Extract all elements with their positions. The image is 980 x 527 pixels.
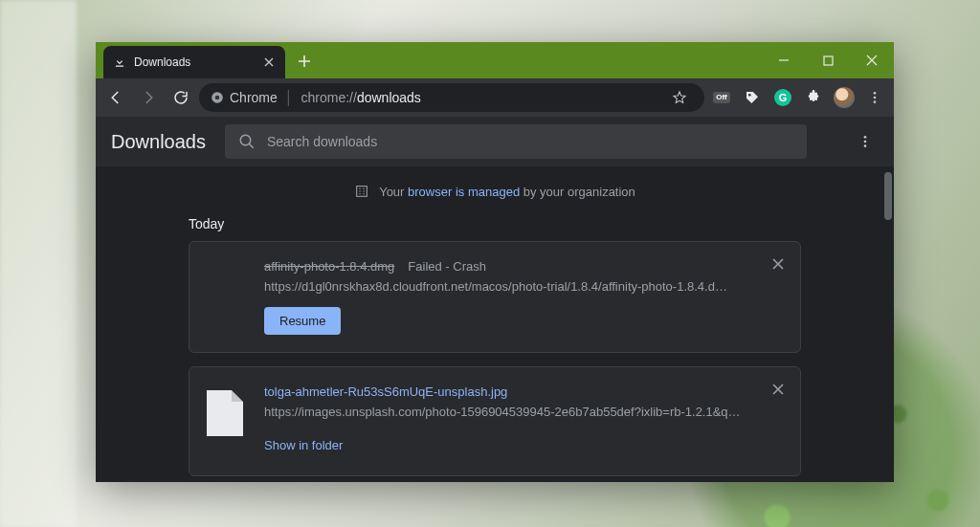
window-controls — [762, 42, 894, 78]
extensions-puzzle-icon[interactable] — [800, 84, 827, 111]
download-filename: affinity-photo-1.8.4.dmg — [264, 259, 394, 274]
scrollbar-thumb[interactable] — [884, 172, 892, 220]
omnibox-separator: │ — [285, 90, 294, 105]
page-title: Downloads — [111, 131, 206, 153]
download-icon — [113, 55, 126, 69]
forward-button[interactable] — [134, 83, 163, 112]
search-box[interactable] — [225, 124, 807, 159]
extension-grammarly-icon[interactable]: G — [769, 84, 796, 111]
search-icon — [238, 133, 256, 150]
resume-button[interactable]: Resume — [264, 307, 341, 335]
chrome-label: Chrome — [230, 90, 278, 105]
browser-toolbar: Chrome │ chrome://downloads Off G — [96, 78, 894, 117]
avatar-icon — [834, 87, 855, 108]
svg-point-6 — [874, 100, 877, 103]
building-icon — [354, 184, 369, 199]
browser-menu-button[interactable] — [861, 84, 888, 111]
svg-point-4 — [874, 92, 877, 95]
show-in-folder-link[interactable]: Show in folder — [264, 432, 343, 458]
window-titlebar: Downloads — [96, 42, 894, 78]
svg-point-3 — [748, 94, 751, 97]
svg-point-7 — [240, 135, 251, 145]
svg-point-9 — [864, 141, 867, 143]
tab-title: Downloads — [134, 55, 255, 69]
search-input[interactable] — [267, 134, 793, 149]
tab-close-button[interactable] — [262, 55, 276, 69]
download-item: tolga-ahmetler-Ru53sS6mUqE-unsplash.jpg … — [189, 366, 801, 476]
downloads-content: Your browser is managed by your organiza… — [96, 166, 894, 482]
address-bar[interactable]: Chrome │ chrome://downloads — [199, 83, 704, 112]
extension-tag-icon[interactable] — [739, 84, 766, 111]
reload-button[interactable] — [167, 83, 195, 112]
bookmark-star-icon[interactable] — [666, 84, 693, 111]
svg-rect-0 — [824, 56, 833, 65]
managed-prefix: Your — [379, 185, 404, 199]
back-button[interactable] — [101, 83, 130, 112]
download-source: https://images.unsplash.com/photo-159690… — [264, 405, 783, 419]
svg-point-5 — [874, 97, 877, 99]
chrome-chip: Chrome — [211, 90, 278, 105]
managed-suffix: by your organization — [523, 185, 635, 199]
browser-tab[interactable]: Downloads — [103, 46, 285, 78]
download-item: affinity-photo-1.8.4.dmg Failed - Crash … — [189, 241, 801, 353]
extension-off-badge[interactable]: Off — [708, 84, 735, 111]
managed-banner: Your browser is managed by your organiza… — [189, 180, 801, 216]
downloads-header: Downloads — [96, 117, 894, 166]
browser-window: Downloads — [96, 42, 894, 482]
close-window-button[interactable] — [850, 42, 894, 78]
profile-avatar[interactable] — [831, 84, 858, 111]
wallpaper-bar — [0, 0, 77, 527]
svg-point-10 — [864, 144, 867, 147]
maximize-button[interactable] — [806, 42, 850, 78]
download-status: Failed - Crash — [408, 259, 486, 274]
svg-point-8 — [864, 136, 867, 139]
remove-download-button[interactable] — [768, 379, 789, 400]
remove-download-button[interactable] — [768, 253, 789, 274]
file-icon — [207, 390, 243, 436]
downloads-menu-button[interactable] — [852, 128, 879, 155]
url-text: chrome://downloads — [301, 90, 421, 105]
svg-point-2 — [215, 96, 220, 100]
download-source: https://d1gl0nrskhax8d.cloudfront.net/ma… — [264, 279, 783, 294]
download-filename[interactable]: tolga-ahmetler-Ru53sS6mUqE-unsplash.jpg — [264, 384, 507, 399]
new-tab-button[interactable] — [291, 48, 318, 75]
section-today-label: Today — [189, 216, 801, 231]
chrome-icon — [211, 91, 224, 104]
minimize-button[interactable] — [762, 42, 806, 78]
svg-rect-11 — [357, 187, 368, 197]
managed-link[interactable]: browser is managed — [408, 185, 520, 199]
